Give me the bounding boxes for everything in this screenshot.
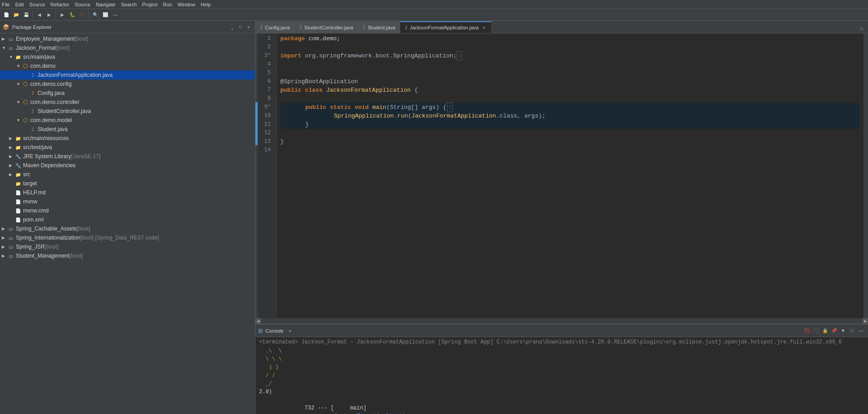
label-mvnw-cmd: mvnw.cmd <box>23 207 49 214</box>
tree-item-student-controller[interactable]: J StudentController.java <box>0 107 255 116</box>
ln-4: 4 <box>258 60 273 69</box>
arrow-spring-cachable: ▶ <box>2 226 7 231</box>
icon-test: 📁 <box>14 144 22 151</box>
kw-class: class <box>305 86 326 94</box>
editor-right-scrollbar[interactable] <box>863 33 868 318</box>
sidebar-close-btn[interactable]: × <box>245 24 252 31</box>
tree-item-target[interactable]: 📁 target <box>0 179 255 188</box>
tree-item-src[interactable]: ▶ 📁 src <box>0 170 255 179</box>
console-stop-btn[interactable]: ⬛ <box>812 327 820 335</box>
tree-item-jackson-app[interactable]: J JacksonFormatApplication.java <box>0 71 255 80</box>
sidebar: 📦 Package Explorer _ □ × ▶ 🗂 Employee_Ma… <box>0 21 255 414</box>
arrow-spring-intl: ▶ <box>2 235 7 240</box>
menu-source2[interactable]: Source <box>75 2 90 7</box>
tab-student[interactable]: J Student.java <box>358 21 400 33</box>
tree-item-maven[interactable]: ▶ 🔧 Maven Dependencies <box>0 161 255 170</box>
tree-item-spring-cachable[interactable]: ▶ 🗂 Spring_Cachable_Assets [boot] <box>0 224 255 233</box>
toolbar: 📄 📂 💾 ◀ ▶ ▶ 🐛 ⬛ 🔍 ⬜ — <box>0 9 868 21</box>
console-spring-version: 2.0) <box>259 388 864 396</box>
code-editor[interactable]: 1 2 3* 4 5 6 7 8 9* 10 11 12 13 <box>255 33 863 318</box>
tree-item-mvnw[interactable]: 📄 mvnw <box>0 197 255 206</box>
code-line-9: public static void main (String[] args) … <box>280 103 860 112</box>
tree-item-jackson-format[interactable]: ▼ 🗂 Jackson_Format [boot] <box>0 43 255 52</box>
tree-item-com-demo-controller[interactable]: ▼ ⬡ com.demo.controller <box>0 98 255 107</box>
sidebar-tree: ▶ 🗂 Employee_Management [boot] ▼ 🗂 Jacks… <box>0 33 255 414</box>
console-minimize-btn[interactable]: — <box>857 327 865 335</box>
menu-navigate[interactable]: Navigate <box>96 2 115 7</box>
tree-item-spring-intl[interactable]: ▶ 🗂 Spring_Internationalization [boot] [… <box>0 233 255 242</box>
tree-item-student-java[interactable]: J Student.java <box>0 125 255 134</box>
toolbar-minimize[interactable]: — <box>111 10 120 19</box>
tree-item-test[interactable]: ▶ 📁 src/test/java <box>0 143 255 152</box>
icon-target: 📁 <box>14 180 22 187</box>
toolbar-save[interactable]: 💾 <box>22 10 31 19</box>
icon-controller: ⬡ <box>22 99 29 106</box>
console-close-btn[interactable]: × <box>286 327 293 334</box>
menu-refactor[interactable]: Refactor <box>51 2 70 7</box>
sidebar-maximize-btn[interactable]: □ <box>237 24 244 31</box>
tree-item-config-java[interactable]: J Config.java <box>0 89 255 98</box>
scroll-left[interactable]: ◀ <box>255 318 261 324</box>
menu-project[interactable]: Project <box>142 2 157 7</box>
console-log-1: 732 --- [ main] com.demo.JacksonFormatAp… <box>259 396 864 404</box>
menu-file[interactable]: File <box>2 2 10 7</box>
tree-item-resources[interactable]: ▶ 📁 src/main/resources <box>0 134 255 143</box>
tree-item-com-demo-model[interactable]: ▼ ⬡ com.demo.model <box>0 116 255 125</box>
tree-item-jre[interactable]: ▶ 🔧 JRE System Library [JavaSE-17] <box>0 152 255 161</box>
menu-search[interactable]: Search <box>121 2 137 7</box>
class-name: JacksonFormatApplication <box>326 86 410 94</box>
tree-item-pom[interactable]: 📄 pom.xml <box>0 215 255 224</box>
icon-config: J <box>29 89 36 97</box>
indent-3 <box>280 120 305 129</box>
icon-mvnw: 📄 <box>14 198 22 205</box>
tab-jackson-app[interactable]: J JacksonFormatApplication.java × <box>400 21 491 33</box>
run-dot-class: .class, args); <box>496 112 545 120</box>
tree-item-com-demo[interactable]: ▼ ⬡ com.demo <box>0 61 255 71</box>
sidebar-minimize-btn[interactable]: _ <box>229 24 236 31</box>
tree-item-student-mgmt[interactable]: ▶ 🗂 Student_Management [boot] <box>0 251 255 260</box>
menu-help[interactable]: Help <box>201 2 211 7</box>
ln-8: 8 <box>258 94 273 103</box>
tree-item-mvnw-cmd[interactable]: 📄 mvnw.cmd <box>0 206 255 215</box>
toolbar-open[interactable]: 📂 <box>12 10 21 19</box>
indent-1 <box>280 103 305 112</box>
toolbar-stop[interactable]: ⬛ <box>78 10 87 19</box>
tree-item-spring-jsr[interactable]: ▶ 🗂 Spring_JSR [boot] <box>0 242 255 251</box>
tree-item-employee-management[interactable]: ▶ 🗂 Employee_Management [boot] <box>0 34 255 43</box>
menu-window[interactable]: Window <box>178 2 195 7</box>
ln-11: 11 <box>258 120 273 129</box>
toolbar-run[interactable]: ▶ <box>58 10 67 19</box>
console-pin-btn[interactable]: 📌 <box>830 327 838 335</box>
toolbar-search[interactable]: 🔍 <box>91 10 100 19</box>
menu-run[interactable]: Run <box>163 2 172 7</box>
code-content[interactable]: package com.demo; import org.springframe… <box>277 33 863 318</box>
menu-source[interactable]: Source <box>29 2 45 7</box>
arrow-resources: ▶ <box>9 136 14 141</box>
console-menu-btn[interactable]: ▼ <box>839 327 847 335</box>
menu-edit[interactable]: Edit <box>15 2 24 7</box>
run-method: run <box>397 112 408 120</box>
toolbar-back[interactable]: ◀ <box>35 10 44 19</box>
console-spring-logo-4: / / <box>259 372 864 380</box>
toolbar-new[interactable]: 📄 <box>2 10 11 19</box>
console-clear-btn[interactable]: 🚫 <box>803 327 811 335</box>
toolbar-debug[interactable]: 🐛 <box>68 10 77 19</box>
console-scroll-lock[interactable]: 🔒 <box>821 327 829 335</box>
tab-student-controller[interactable]: J StudentController.java <box>295 21 358 33</box>
tree-item-src-main-java[interactable]: ▼ 📁 src/main/java <box>0 52 255 61</box>
tab-config[interactable]: J Config.java <box>255 21 295 33</box>
scroll-right[interactable]: ▶ <box>863 318 868 324</box>
arrow-maven: ▶ <box>9 163 14 168</box>
editor-maximize-btn[interactable]: □ <box>857 24 866 33</box>
toolbar-maximize[interactable]: ⬜ <box>101 10 110 19</box>
icon-student-mgmt: 🗂 <box>7 252 14 259</box>
tab-jackson-close[interactable]: × <box>481 25 487 30</box>
console-maximize-btn[interactable]: □ <box>848 327 856 335</box>
toolbar-forward[interactable]: ▶ <box>45 10 54 19</box>
console-spring-logo-3: ) ) <box>259 363 864 372</box>
close-brace-class: } <box>280 137 284 146</box>
icon-com-demo-config: ⬡ <box>22 80 29 88</box>
console-tab[interactable]: Console <box>265 328 283 334</box>
tree-item-com-demo-config[interactable]: ▼ ⬡ com.demo.config <box>0 80 255 89</box>
tree-item-help[interactable]: 📄 HELP.md <box>0 188 255 197</box>
